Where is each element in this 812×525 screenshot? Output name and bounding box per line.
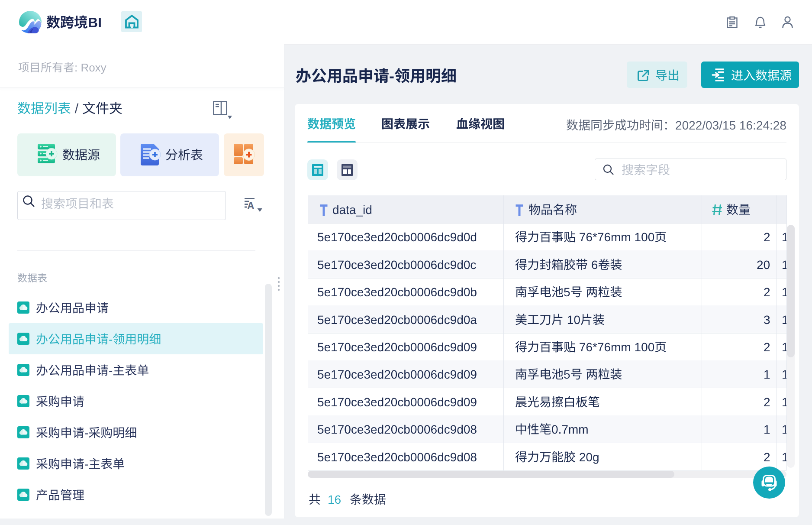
svg-text:A: A: [247, 200, 255, 211]
